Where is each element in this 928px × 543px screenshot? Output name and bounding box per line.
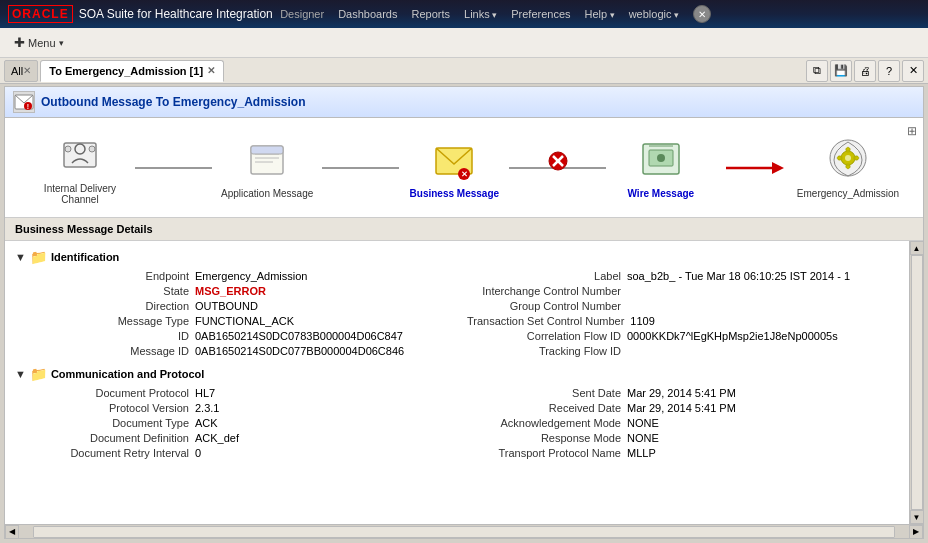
print-icon[interactable]: 🖨: [854, 60, 876, 82]
reports-nav[interactable]: Reports: [405, 6, 456, 22]
field-msgid: Message ID 0AB1650214S0DC077BB000004D06C…: [35, 344, 467, 358]
doc-type-label: Document Type: [35, 417, 195, 429]
menu-plus-icon: ✚: [14, 35, 25, 50]
field-label-right: Label soa_b2b_ - Tue Mar 18 06:10:25 IST…: [467, 269, 899, 283]
app-title: SOA Suite for Healthcare Integration Des…: [79, 7, 324, 21]
field-state: State MSG_ERROR: [35, 284, 467, 298]
interchange-label: Interchange Control Number: [467, 285, 627, 297]
message-type-value: FUNCTIONAL_ACK: [195, 315, 294, 327]
svg-point-5: [65, 146, 71, 152]
save-icon[interactable]: 💾: [830, 60, 852, 82]
details-body: ▼ 📁 Identification Endpoint Emergency_Ad…: [5, 241, 909, 524]
endpoint-label: Endpoint: [35, 270, 195, 282]
vertical-scrollbar[interactable]: ▲ ▼: [909, 241, 923, 524]
bottom-scrollbar: ◀ ▶: [5, 524, 923, 538]
field-doc-retry: Document Retry Interval 0: [35, 446, 467, 460]
doc-protocol-value: HL7: [195, 387, 215, 399]
flow-step-application[interactable]: Application Message: [212, 136, 322, 199]
oracle-logo: ORACLE: [8, 5, 73, 23]
protocol-version-value: 2.3.1: [195, 402, 219, 414]
details-header: Business Message Details: [5, 218, 923, 241]
field-ack-mode: Acknowledgement Mode NONE: [467, 416, 899, 430]
doc-protocol-label: Document Protocol: [35, 387, 195, 399]
doc-definition-label: Document Definition: [35, 432, 195, 444]
links-nav[interactable]: Links: [458, 6, 503, 22]
scroll-left-button[interactable]: ◀: [5, 525, 19, 539]
window-close-button[interactable]: ✕: [693, 5, 711, 23]
doc-definition-value: ACK_def: [195, 432, 239, 444]
main-content: ! Outbound Message To Emergency_Admissio…: [4, 86, 924, 539]
message-type-label: Message Type: [35, 315, 195, 327]
doc-type-value: ACK: [195, 417, 218, 429]
scroll-track[interactable]: [911, 255, 923, 510]
help-icon[interactable]: ?: [878, 60, 900, 82]
scroll-down-button[interactable]: ▼: [910, 510, 924, 524]
emergency-admission-icon: [824, 136, 872, 184]
doc-retry-value: 0: [195, 447, 201, 459]
menu-button[interactable]: ✚ Menu ▾: [8, 32, 70, 53]
id-value: 0AB1650214S0DC0783B000004D06C847: [195, 330, 403, 342]
sent-date-value: Mar 29, 2014 5:41 PM: [627, 387, 736, 399]
svg-text:✕: ✕: [461, 170, 468, 179]
connector-2: [322, 167, 399, 169]
direction-value: OUTBOUND: [195, 300, 258, 312]
preferences-nav[interactable]: Preferences: [505, 6, 576, 22]
step3-label: Business Message: [410, 188, 500, 199]
flow-step-wire[interactable]: Wire Message: [606, 136, 716, 199]
all-tab-close[interactable]: ✕: [23, 65, 31, 76]
comm-fields: Document Protocol HL7 Sent Date Mar 29, …: [5, 386, 909, 464]
flow-step-emergency[interactable]: Emergency_Admission: [793, 136, 903, 199]
close-icon[interactable]: ✕: [902, 60, 924, 82]
field-received-date: Received Date Mar 29, 2014 5:41 PM: [467, 401, 899, 415]
comm-folder-icon: 📁: [30, 366, 47, 382]
all-tab[interactable]: All ✕: [4, 60, 38, 82]
field-direction: Direction OUTBOUND: [35, 299, 467, 313]
comm-section-header[interactable]: ▼ 📁 Communication and Protocol: [5, 362, 909, 386]
connector-4: [716, 158, 793, 178]
endpoint-value: Emergency_Admission: [195, 270, 308, 282]
connector-3: [509, 167, 605, 169]
field-doc-protocol: Document Protocol HL7: [35, 386, 467, 400]
step1-label: Internal Delivery Channel: [25, 183, 135, 205]
user-nav[interactable]: weblogic: [623, 6, 685, 22]
scroll-up-button[interactable]: ▲: [910, 241, 924, 255]
field-tracking: Tracking Flow ID: [467, 344, 899, 358]
flow-step-internal[interactable]: Internal Delivery Channel: [25, 131, 135, 205]
protocol-version-label: Protocol Version: [35, 402, 195, 414]
help-nav[interactable]: Help: [579, 6, 621, 22]
main-tab-close[interactable]: ✕: [207, 65, 215, 76]
ack-mode-label: Acknowledgement Mode: [467, 417, 627, 429]
field-protocol-version: Protocol Version 2.3.1: [35, 401, 467, 415]
topbar: ORACLE SOA Suite for Healthcare Integrat…: [0, 0, 928, 28]
application-message-icon: [243, 136, 291, 184]
field-correlation: Correlation Flow ID 0000KKDk7^lEgKHpMsp2…: [467, 329, 899, 343]
response-mode-label: Response Mode: [467, 432, 627, 444]
copy-icon[interactable]: ⧉: [806, 60, 828, 82]
flow-diagram: ⊞ Internal Delivery Channel: [5, 118, 923, 218]
field-transport: Transport Protocol Name MLLP: [467, 446, 899, 460]
menu-arrow-icon: ▾: [59, 38, 64, 48]
business-message-icon: ✕: [430, 136, 478, 184]
svg-text:!: !: [27, 103, 29, 110]
dashboards-nav[interactable]: Dashboards: [332, 6, 403, 22]
identification-label: Identification: [51, 251, 119, 263]
svg-point-20: [657, 154, 665, 162]
transaction-value: 1109: [630, 315, 654, 327]
step5-label: Emergency_Admission: [797, 188, 899, 199]
field-endpoint: Endpoint Emergency_Admission: [35, 269, 467, 283]
h-scroll-track[interactable]: [33, 526, 895, 538]
field-sent-date: Sent Date Mar 29, 2014 5:41 PM: [467, 386, 899, 400]
group-label: Group Control Number: [467, 300, 627, 312]
scroll-right-button[interactable]: ▶: [909, 525, 923, 539]
flow-step-business[interactable]: ✕ Business Message: [399, 136, 509, 199]
doc-retry-label: Document Retry Interval: [35, 447, 195, 459]
main-tab[interactable]: To Emergency_Admission [1] ✕: [40, 60, 224, 82]
details-with-scroll: ▼ 📁 Identification Endpoint Emergency_Ad…: [5, 241, 923, 524]
outbound-icon: !: [13, 91, 35, 113]
svg-point-26: [845, 155, 851, 161]
field-doc-type: Document Type ACK: [35, 416, 467, 430]
identification-section-header[interactable]: ▼ 📁 Identification: [5, 245, 909, 269]
svg-marker-23: [772, 162, 784, 174]
all-tab-label: All: [11, 65, 23, 77]
expand-button[interactable]: ⊞: [907, 124, 917, 138]
